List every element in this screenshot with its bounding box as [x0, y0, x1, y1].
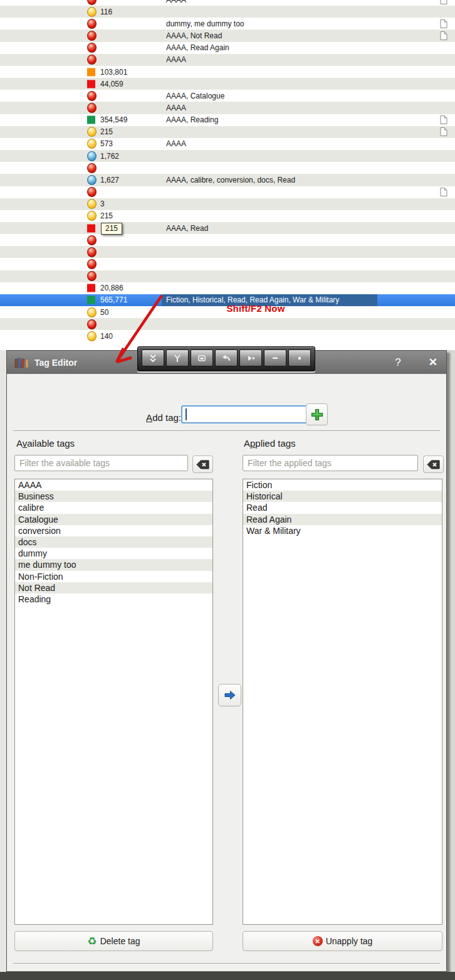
- unapply-tag-button[interactable]: ✕ Unapply tag: [243, 931, 442, 951]
- table-row[interactable]: [0, 318, 455, 330]
- table-row[interactable]: [0, 162, 455, 174]
- close-button[interactable]: ✕: [429, 356, 437, 369]
- status-icon: [87, 0, 97, 5]
- add-tag-input[interactable]: [181, 405, 308, 423]
- table-row[interactable]: AAAA: [0, 54, 455, 66]
- table-row[interactable]: 1AAAA, Read: [0, 222, 455, 234]
- table-row[interactable]: 3: [0, 198, 455, 210]
- table-row[interactable]: [0, 258, 455, 270]
- table-row[interactable]: AAAA, Not Read: [0, 29, 455, 41]
- status-icon: [87, 235, 97, 245]
- tags-cell: AAAA: [166, 55, 186, 64]
- list-item[interactable]: calibre: [15, 502, 212, 513]
- table-row[interactable]: [0, 186, 455, 198]
- applied-tags-label: Applied tags: [244, 438, 296, 449]
- list-item[interactable]: Read: [243, 502, 442, 513]
- word-count: 103,801: [100, 68, 127, 77]
- list-item[interactable]: conversion: [15, 525, 212, 536]
- status-icon: [87, 55, 97, 65]
- help-button[interactable]: ?: [395, 356, 400, 369]
- status-icon: [87, 319, 97, 329]
- status-icon: [87, 127, 97, 137]
- status-icon: [87, 211, 97, 221]
- list-item[interactable]: Read Again: [243, 514, 442, 525]
- list-item[interactable]: Historical: [243, 491, 442, 502]
- value-tooltip: 215: [101, 223, 122, 235]
- table-row[interactable]: AAAA, Read Again: [0, 42, 455, 54]
- available-tags-label: Available tags: [16, 438, 75, 449]
- status-icon: [87, 116, 95, 124]
- capture-icon[interactable]: [239, 349, 262, 366]
- applied-filter-input[interactable]: [243, 455, 418, 471]
- table-row[interactable]: AAAA, Catalogue: [0, 90, 455, 102]
- window-icon[interactable]: [191, 349, 213, 366]
- table-row[interactable]: dummy, me dummy too: [0, 18, 455, 29]
- table-row[interactable]: 103,801: [0, 66, 455, 78]
- list-item[interactable]: docs: [15, 536, 212, 548]
- status-icon: [87, 199, 97, 209]
- dialog-titlebar[interactable]: Tag Editor: [7, 351, 446, 374]
- minimize-icon[interactable]: [264, 349, 286, 366]
- plus-icon: [310, 408, 324, 422]
- backspace-icon: [427, 460, 440, 469]
- list-item[interactable]: AAAA: [15, 479, 212, 491]
- add-tag-button[interactable]: [306, 403, 328, 425]
- restore-icon[interactable]: [288, 349, 311, 366]
- table-row[interactable]: 20,886: [0, 282, 455, 294]
- word-count: 215: [100, 127, 113, 136]
- table-row[interactable]: [0, 270, 455, 282]
- table-row[interactable]: 573AAAA: [0, 138, 455, 150]
- status-icon: [87, 271, 97, 281]
- list-item[interactable]: dummy: [15, 548, 212, 559]
- status-icon: [87, 284, 95, 292]
- word-count: 140: [100, 332, 113, 341]
- table-row[interactable]: [0, 246, 455, 258]
- undo-icon[interactable]: [215, 349, 238, 366]
- table-row[interactable]: 1,762: [0, 150, 455, 162]
- table-row[interactable]: 215: [0, 126, 455, 138]
- word-count: 1,762: [100, 152, 119, 161]
- status-icon: [87, 139, 97, 149]
- list-item[interactable]: me dummy too: [15, 559, 212, 570]
- delete-tag-button[interactable]: ♻ Delete tag: [14, 931, 213, 951]
- word-count: 573: [100, 139, 113, 148]
- table-row[interactable]: 44,059: [0, 78, 455, 90]
- document-icon: [440, 0, 447, 4]
- available-tags-list[interactable]: AAAABusinesscalibreCatalogueconversiondo…: [14, 479, 213, 925]
- applied-tags-list[interactable]: FictionHistoricalReadRead AgainWar & Mil…: [243, 479, 442, 925]
- text-caret: [186, 408, 187, 420]
- table-row[interactable]: AAAA: [0, 0, 455, 6]
- table-row[interactable]: AAAA: [0, 102, 455, 114]
- status-icon: [87, 175, 97, 185]
- tag-editor-dialog: Tag Editor: [6, 350, 447, 972]
- status-icon: [87, 91, 97, 101]
- table-row[interactable]: 215: [0, 210, 455, 222]
- tags-cell: AAAA, Read: [166, 224, 208, 233]
- clear-applied-filter-button[interactable]: [423, 455, 444, 473]
- list-item[interactable]: Business: [15, 491, 212, 502]
- status-icon: [87, 31, 97, 41]
- add-tag-label: Add tag:: [82, 412, 181, 423]
- list-item[interactable]: Catalogue: [15, 514, 212, 525]
- word-count: 565,771: [100, 296, 127, 304]
- status-icon: [87, 307, 97, 317]
- table-row[interactable]: 354,549AAAA, Reading: [0, 114, 455, 126]
- table-row[interactable]: 140: [0, 330, 455, 342]
- backspace-icon: [196, 460, 209, 469]
- list-item[interactable]: Non-Fiction: [15, 571, 212, 582]
- expand-icon[interactable]: [142, 349, 164, 366]
- clear-available-filter-button[interactable]: [192, 455, 213, 473]
- available-filter-input[interactable]: [14, 455, 188, 471]
- list-item[interactable]: Reading: [15, 594, 212, 605]
- table-row[interactable]: 1,627AAAA, calibre, conversion, docs, Re…: [0, 174, 455, 186]
- list-item[interactable]: Not Read: [15, 582, 212, 594]
- list-item[interactable]: War & Military: [243, 525, 442, 536]
- word-count: 116: [100, 8, 112, 16]
- wrench-icon[interactable]: [166, 349, 189, 366]
- table-row[interactable]: 116: [0, 6, 455, 18]
- background-left-strip: [0, 350, 6, 980]
- list-item[interactable]: Fiction: [243, 479, 442, 491]
- word-count: 354,549: [100, 115, 127, 124]
- table-row[interactable]: [0, 234, 455, 246]
- apply-tag-button[interactable]: [218, 684, 241, 706]
